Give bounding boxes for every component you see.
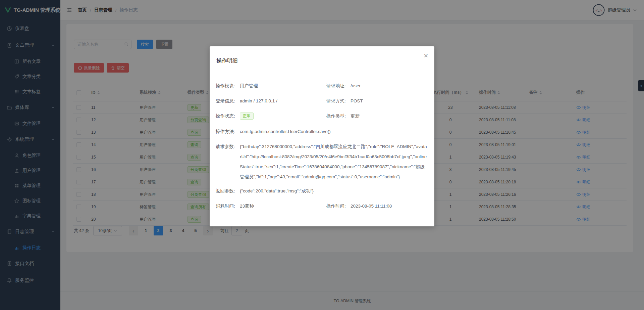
req-method-value: POST bbox=[351, 98, 363, 104]
op-status-badge: 正常 bbox=[240, 113, 254, 120]
cost-time-label: 消耗时间: bbox=[216, 203, 240, 209]
op-type-label: 操作类型: bbox=[326, 113, 351, 120]
close-icon[interactable]: ✕ bbox=[424, 53, 428, 59]
op-module-value: 用户管理 bbox=[240, 83, 258, 89]
op-method-label: 操作方法: bbox=[216, 129, 240, 135]
resp-params-value: {"code":200,"data":true,"msg":"成功"} bbox=[240, 188, 314, 194]
resp-params-label: 返回参数: bbox=[216, 188, 240, 194]
login-info-label: 登录信息: bbox=[216, 98, 240, 104]
req-method-label: 请求方式: bbox=[326, 98, 351, 104]
req-params-value: {"birthday":312768000000,"address":"四川成都… bbox=[240, 142, 428, 182]
operation-detail-dialog: 操作明细 ✕ 操作模块: 用户管理 请求地址: /user 登录信息: admi… bbox=[210, 46, 434, 226]
req-url-value: /user bbox=[351, 83, 361, 89]
req-url-label: 请求地址: bbox=[326, 83, 351, 89]
dialog-title: 操作明细 bbox=[216, 57, 238, 64]
op-status-label: 操作状态: bbox=[216, 113, 240, 120]
op-time-value: 2023-08-05 11:11:08 bbox=[351, 203, 392, 209]
dialog-body: 操作模块: 用户管理 请求地址: /user 登录信息: admin / 127… bbox=[216, 83, 428, 218]
cost-time-value: 23毫秒 bbox=[240, 203, 254, 209]
op-module-label: 操作模块: bbox=[216, 83, 240, 89]
op-type-value: 更新 bbox=[351, 113, 360, 120]
login-info-value: admin / 127.0.0.1 / bbox=[240, 98, 277, 104]
op-time-label: 操作时间: bbox=[326, 203, 351, 209]
op-method-value: com.tg.admin.controller.UserController.s… bbox=[240, 129, 331, 135]
req-params-label: 请求参数: bbox=[216, 144, 240, 182]
